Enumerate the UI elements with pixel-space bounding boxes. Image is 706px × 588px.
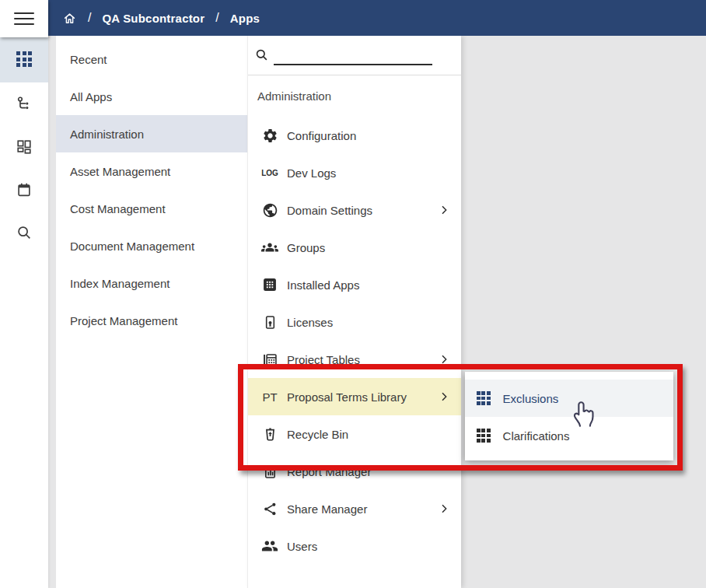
menu-item-users[interactable]: Users — [248, 527, 461, 565]
flyout-item-label: Clarifications — [503, 429, 570, 443]
hierarchy-icon — [16, 96, 33, 113]
chevron-right-icon — [438, 390, 450, 403]
rail-item-search[interactable] — [0, 211, 48, 254]
gear-icon — [260, 126, 279, 145]
search-input[interactable] — [274, 45, 432, 65]
menu-item-project-tables[interactable]: Project Tables — [248, 341, 461, 378]
apps-grid-icon — [16, 51, 31, 66]
menu-item-label: Installed Apps — [287, 278, 359, 292]
breadcrumb-separator: / — [88, 11, 91, 25]
flyout-item-exclusions[interactable]: Exclusions — [465, 380, 673, 417]
menu-item-label: Report Manager — [287, 465, 371, 478]
license-icon — [260, 313, 279, 331]
home-icon[interactable] — [62, 11, 77, 26]
menu-item-dev-logs[interactable]: LOG Dev Logs — [248, 154, 461, 191]
share-icon — [260, 499, 279, 518]
menu-item-proposal-terms-library[interactable]: PT Proposal Terms Library — [248, 378, 461, 415]
category-all-apps[interactable]: All Apps — [56, 78, 247, 115]
project-table-icon — [260, 350, 279, 369]
breadcrumb: / QA Subcontractor / Apps — [62, 0, 260, 36]
menu-item-label: Users — [287, 540, 317, 553]
category-list: Recent All Apps Administration Asset Man… — [56, 40, 247, 339]
dashboard-icon — [16, 138, 33, 156]
users-icon — [260, 537, 279, 555]
menu-item-licenses[interactable]: Licenses — [248, 303, 461, 341]
search-icon — [16, 224, 33, 241]
menu-item-installed-apps[interactable]: Installed Apps — [248, 266, 461, 303]
menu-item-label: Domain Settings — [287, 204, 372, 217]
report-icon — [260, 462, 279, 481]
search-icon — [254, 47, 269, 62]
log-text-icon: LOG — [260, 163, 279, 182]
hamburger-menu-button[interactable] — [0, 0, 48, 37]
menu-item-domain-settings[interactable]: Domain Settings — [248, 191, 461, 229]
category-project-management[interactable]: Project Management — [56, 302, 247, 339]
menu-item-label: Groups — [287, 241, 325, 254]
calendar-icon — [16, 181, 33, 198]
icon-rail — [0, 36, 48, 588]
menu-item-share-manager[interactable]: Share Manager — [248, 490, 461, 527]
breadcrumb-separator: / — [215, 11, 218, 25]
rail-item-hierarchy[interactable] — [0, 82, 48, 125]
apps-menu-panel: Administration Configuration LOG Dev Log… — [247, 36, 461, 588]
menu-item-label: Proposal Terms Library — [287, 390, 407, 404]
menu-item-configuration[interactable]: Configuration — [248, 117, 461, 154]
menu-item-label: Project Tables — [287, 353, 360, 366]
proposal-terms-flyout: Exclusions Clarifications — [465, 372, 673, 460]
chevron-right-icon — [438, 204, 450, 216]
section-header: Administration — [248, 75, 461, 117]
menu-item-recycle-bin[interactable]: Recycle Bin — [248, 415, 461, 453]
chevron-right-icon — [438, 502, 450, 515]
rail-item-apps[interactable] — [0, 36, 48, 82]
category-index-management[interactable]: Index Management — [56, 264, 247, 302]
category-recent[interactable]: Recent — [56, 40, 247, 78]
chevron-right-icon — [438, 353, 450, 366]
menu-item-report-manager[interactable]: Report Manager — [248, 453, 461, 490]
menu-item-label: Dev Logs — [287, 166, 336, 180]
breadcrumb-item-apps[interactable]: Apps — [230, 12, 260, 25]
rail-item-calendar[interactable] — [0, 168, 48, 211]
installed-apps-icon — [260, 275, 279, 294]
menu-item-label: Licenses — [287, 316, 333, 329]
menu-item-label: Share Manager — [287, 502, 367, 516]
category-panel: Recent All Apps Administration Asset Man… — [56, 36, 247, 588]
top-bar: / QA Subcontractor / Apps — [0, 0, 706, 36]
globe-icon — [260, 201, 279, 219]
flyout-item-clarifications[interactable]: Clarifications — [465, 417, 673, 454]
apps-grid-icon — [477, 391, 491, 405]
menu-item-label: Configuration — [287, 129, 356, 142]
menu-item-groups[interactable]: Groups — [248, 229, 461, 266]
breadcrumb-item-domain[interactable]: QA Subcontractor — [102, 12, 204, 25]
recycle-bin-icon — [260, 425, 279, 443]
groups-icon — [260, 238, 279, 257]
hamburger-icon — [14, 12, 34, 26]
category-administration[interactable]: Administration — [56, 115, 247, 152]
category-document-management[interactable]: Document Management — [56, 227, 247, 264]
rail-item-dashboard[interactable] — [0, 125, 48, 168]
search-row — [248, 36, 461, 75]
flyout-item-label: Exclusions — [503, 392, 559, 405]
apps-grid-icon — [477, 429, 491, 443]
category-cost-management[interactable]: Cost Management — [56, 190, 247, 227]
category-asset-management[interactable]: Asset Management — [56, 152, 247, 190]
pt-text-icon: PT — [260, 387, 279, 406]
menu-item-label: Recycle Bin — [287, 428, 348, 441]
